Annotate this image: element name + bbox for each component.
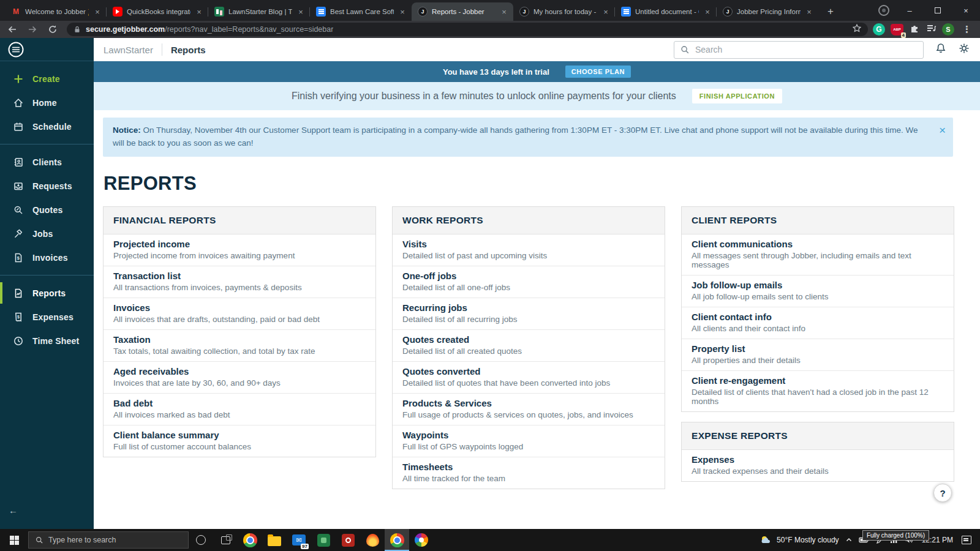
report-row[interactable]: Aged receivablesInvoices that are late b… (104, 361, 375, 393)
sidebar-item-expenses[interactable]: $ Expenses (0, 305, 94, 329)
sidebar-item-quotes[interactable]: Quotes (0, 198, 94, 222)
close-icon[interactable]: × (398, 7, 407, 17)
browser-menu-icon[interactable]: ⋮ (960, 24, 974, 35)
report-row[interactable]: Recurring jobsDetailed list of all recur… (393, 298, 665, 329)
close-icon[interactable]: × (195, 7, 203, 17)
sidebar-item-reports[interactable]: Reports (0, 281, 94, 305)
report-row[interactable]: Job follow-up emailsAll job follow-up em… (682, 275, 954, 307)
sidebar-item-requests[interactable]: Requests (0, 174, 94, 198)
search-input[interactable] (674, 41, 924, 59)
report-row[interactable]: Client communicationsAll messages sent t… (682, 234, 954, 275)
browser-tab[interactable]: LawnStarter Blog | Trello × (208, 2, 310, 21)
report-row-title[interactable]: Client contact info (692, 312, 944, 322)
browser-tab[interactable]: Welcome to Jobber 🎉 - s × (5, 2, 107, 21)
extensions-puzzle-icon[interactable] (909, 23, 920, 36)
back-icon[interactable] (4, 23, 20, 36)
sidebar-collapse-icon[interactable]: ← (9, 505, 18, 515)
new-tab-button[interactable]: + (822, 3, 839, 20)
browser-tab-active[interactable]: Reports - Jobber × (412, 2, 513, 21)
report-row-title[interactable]: Visits (402, 239, 655, 249)
close-icon[interactable]: × (805, 7, 813, 17)
report-row-title[interactable]: Taxation (113, 334, 366, 345)
company-name[interactable]: LawnStarter (104, 45, 153, 55)
report-row-title[interactable]: Quotes converted (402, 366, 655, 377)
profile-avatar-icon[interactable] (878, 5, 889, 16)
sidebar-item-create[interactable]: Create (0, 67, 94, 91)
cortana-button[interactable] (189, 529, 213, 551)
jobber-logo[interactable] (0, 38, 94, 61)
taskbar-app-mail[interactable]: ✉97 (287, 529, 311, 551)
taskbar-app-chrome-active[interactable] (385, 529, 409, 551)
finish-application-button[interactable]: FINISH APPLICATION (692, 89, 782, 103)
report-row-title[interactable]: Aged receivables (113, 366, 366, 377)
taskbar-app-file-explorer[interactable] (262, 529, 287, 551)
browser-tab[interactable]: Jobber Pricing Information × (717, 2, 818, 21)
report-row-title[interactable]: Quotes created (402, 334, 655, 345)
browser-tab[interactable]: Best Lawn Care Software: L × (310, 2, 412, 21)
report-row-title[interactable]: Recurring jobs (402, 302, 655, 313)
report-row-title[interactable]: Waypoints (402, 430, 655, 440)
grammarly-extension-icon[interactable]: G (873, 23, 885, 36)
report-row[interactable]: Projected incomeProjected income from in… (104, 234, 375, 266)
choose-plan-button[interactable]: CHOOSE PLAN (565, 66, 631, 78)
sidebar-item-time-sheet[interactable]: Time Sheet (0, 329, 94, 353)
report-row-title[interactable]: Client communications (692, 239, 944, 249)
notice-close-icon[interactable]: × (939, 121, 946, 139)
report-row[interactable]: InvoicesAll invoices that are drafts, ou… (104, 298, 375, 329)
report-row[interactable]: ExpensesAll tracked expenses and their d… (682, 450, 954, 481)
report-row-title[interactable]: Expenses (692, 454, 944, 465)
taskbar-app-green[interactable] (311, 529, 336, 551)
sidebar-item-home[interactable]: Home (0, 91, 94, 114)
report-row[interactable]: Client balance summaryFull list of custo… (104, 425, 375, 457)
report-row[interactable]: Client contact infoAll clients and their… (682, 307, 954, 339)
report-row[interactable]: One-off jobsDetailed list of all one-off… (393, 266, 665, 298)
action-center-icon[interactable] (962, 536, 971, 544)
notifications-bell-icon[interactable] (935, 42, 947, 57)
report-row[interactable]: TimesheetsAll time tracked for the team (393, 457, 665, 489)
adblock-extension-icon[interactable]: ABP4 (891, 24, 903, 36)
task-view-button[interactable] (213, 529, 238, 551)
close-icon[interactable]: × (93, 7, 102, 17)
forward-icon[interactable] (24, 23, 40, 36)
report-row[interactable]: Products & ServicesFull usage of product… (393, 393, 665, 425)
search-box[interactable] (674, 41, 924, 59)
bookmark-star-icon[interactable] (852, 23, 862, 36)
report-row[interactable]: Property listAll properties and their de… (682, 339, 954, 370)
start-button[interactable] (0, 529, 28, 551)
maximize-button[interactable] (924, 0, 952, 21)
reload-icon[interactable] (45, 23, 61, 36)
report-row[interactable]: TaxationTax totals, total awaiting colle… (104, 329, 375, 361)
report-row-title[interactable]: Invoices (113, 302, 366, 313)
close-icon[interactable]: × (500, 7, 508, 17)
weather-widget[interactable]: 50°F Mostly cloudy (760, 535, 839, 545)
report-row[interactable]: VisitsDetailed list of past and upcoming… (393, 234, 665, 266)
sidebar-item-jobs[interactable]: Jobs (0, 222, 94, 246)
report-row[interactable]: WaypointsFull list of GPS waypoints logg… (393, 425, 665, 457)
report-row-title[interactable]: Client balance summary (113, 430, 366, 440)
sidebar-item-schedule[interactable]: Schedule (0, 114, 94, 138)
help-button[interactable]: ? (933, 484, 952, 502)
report-row-title[interactable]: One-off jobs (402, 271, 655, 281)
taskbar-app-flame[interactable] (360, 529, 385, 551)
settings-gear-icon[interactable] (958, 42, 970, 57)
report-row-title[interactable]: Products & Services (402, 398, 655, 408)
close-icon[interactable]: × (601, 7, 610, 17)
report-row-title[interactable]: Timesheets (402, 462, 655, 472)
report-row-title[interactable]: Projected income (113, 239, 366, 249)
address-bar[interactable]: secure.getjobber.com/reports?nav_label=R… (67, 23, 868, 36)
report-row-title[interactable]: Transaction list (113, 271, 366, 281)
profile-avatar[interactable]: S (942, 23, 954, 36)
browser-tab[interactable]: My hours for today - Jobbe × (513, 2, 615, 21)
browser-tab[interactable]: QuickBooks integrated app × (107, 2, 208, 21)
report-row-title[interactable]: Property list (692, 343, 944, 354)
close-icon[interactable]: × (703, 7, 712, 17)
browser-tab[interactable]: Untitled document - Goog × (615, 2, 717, 21)
taskbar-app-red[interactable] (336, 529, 360, 551)
sidebar-item-invoices[interactable]: $ Invoices (0, 246, 94, 269)
report-row-title[interactable]: Job follow-up emails (692, 280, 944, 290)
report-row-title[interactable]: Bad debt (113, 398, 366, 408)
close-icon[interactable]: × (296, 7, 305, 17)
taskbar-app-pinwheel[interactable] (409, 529, 434, 551)
reading-list-extension-icon[interactable] (925, 23, 937, 36)
report-row[interactable]: Quotes convertedDetailed list of quotes … (393, 361, 665, 393)
